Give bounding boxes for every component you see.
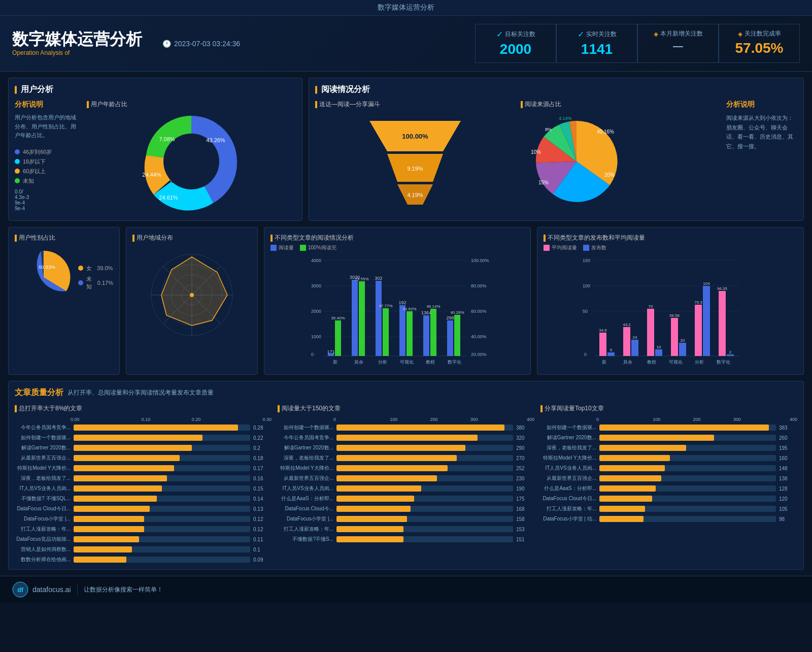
article-name: 解读Gartner 2020数...	[15, 444, 71, 451]
bar-value: 0.11	[253, 537, 272, 542]
bar-track	[74, 496, 250, 502]
list-item: 如何创建一个数据驱... 380	[278, 424, 534, 431]
list-item: 不懂数据? 不懂SQL... 0.14	[15, 495, 272, 502]
gender-chart-label: 用户性别占比	[15, 234, 113, 242]
radar-chart-wrapper	[132, 244, 251, 346]
pub-avg-val-4: 56.58	[669, 313, 680, 318]
legend-pub-icon	[583, 245, 589, 251]
stack-icon-2: ◈	[738, 30, 742, 38]
pub-y-0: 0	[584, 352, 587, 357]
x-label-2: 其余	[354, 360, 363, 365]
legend-read-qty-label: 阅读量	[279, 244, 294, 251]
gender-pie-svg: 60.83%	[15, 244, 72, 310]
reading-note-text: 阅读来源从大到小依次为：朋友圈、公众号、聊天会话、看一看、历史消息、其它、搜一搜…	[726, 113, 797, 151]
stat-new-followers: ◈ 本月新增关注数 —	[637, 24, 719, 63]
radar-center	[190, 293, 194, 297]
bar-fill	[74, 475, 167, 481]
bar-full-4	[407, 311, 413, 356]
bar-track	[599, 506, 776, 512]
pub-cnt-1	[607, 352, 615, 356]
bar-value: 290	[516, 445, 534, 451]
list-item: 特斯拉Model Y大降价... 160	[540, 454, 797, 462]
bar-value: 0.28	[253, 425, 272, 431]
bar-fill	[599, 485, 656, 492]
bar-value: 252	[516, 466, 534, 471]
legend-full-read-icon	[300, 245, 306, 251]
bar-value: 195	[779, 445, 797, 451]
pub-cnt-3	[655, 349, 662, 356]
age-legend: 46岁到60岁 18岁以下 60岁以上 未知	[15, 148, 81, 211]
list-item: DataFocus Cloud今... 168	[278, 505, 534, 512]
bar-fill	[336, 465, 448, 471]
bar-track	[74, 455, 250, 461]
check-icon-2: ✓	[578, 29, 584, 39]
list-item: IT人员VS业务人员岗... 190	[278, 485, 534, 492]
age-chart-label: 用户年龄占比	[87, 100, 127, 109]
logo-icon: df	[12, 581, 28, 598]
bar-track	[336, 445, 513, 451]
article-name: 什么是AaaS：分析即...	[278, 495, 333, 502]
bar-value: 0.22	[253, 435, 272, 441]
pie-text-1: 40.16%	[597, 129, 614, 135]
legend-full-read-label: 100%阅读完	[308, 244, 336, 251]
user-section-title: 用户分析	[15, 84, 296, 95]
list-item: IT人员VS业务人员岗... 148	[540, 465, 797, 472]
pub-x-6: 数字化	[717, 360, 730, 365]
funnel-pct-3: 4.19%	[407, 192, 423, 198]
donut-label-2: 24.61%	[159, 194, 178, 201]
gender-label-female: 女	[86, 265, 92, 272]
bar-pct-1: 35.40%	[331, 316, 345, 320]
list-item: DataFocus竞品功能筛... 0.11	[15, 536, 272, 543]
list-item: 打工人涨薪攻略：年... 105	[540, 505, 797, 512]
top-bar: 数字媒体运营分析	[0, 0, 812, 16]
article-name: DataFocus小学堂 | 结...	[540, 515, 596, 523]
datetime-value: 2023-07-03 03:24:36	[174, 40, 240, 48]
second-row: 用户性别占比 60.83% 女	[8, 227, 804, 375]
bar-fill	[74, 425, 238, 431]
funnel-label: 送达—阅读—分享漏斗	[315, 100, 380, 109]
article-name: DataFocus Cloud今日...	[15, 505, 71, 512]
bar-value: 158	[516, 516, 534, 522]
list-item: 特斯拉Model Y大降价... 252	[278, 465, 534, 472]
reading-section-title: 阅读情况分析	[315, 84, 797, 95]
header-stats: ✓ 目标关注数 2000 ✓ 实时关注数 1141 ◈ 本月新增关注数 — ◈ …	[475, 24, 800, 63]
bar-value: 0.17	[253, 466, 272, 471]
bar-read-5	[423, 315, 429, 356]
pub-avg-val-1: 34.6	[599, 328, 607, 333]
article-pub-section: 不同类型文章的发布数和平均阅读量 平均阅读量 发布数 150 100 50 0	[537, 227, 804, 375]
y-left-0: 0	[311, 352, 314, 357]
pub-cnt-5	[703, 286, 710, 356]
bar-label-5: 1364	[421, 310, 431, 315]
col-share-read: 分享阅读量Top10文章 0 100 200 300 400 如何创建一个数据驱…	[540, 404, 797, 563]
bar-fill	[74, 496, 157, 502]
bar-value: 0.12	[253, 516, 272, 522]
bar-track	[74, 546, 250, 552]
article-name: 今年公务员国考竞争...	[278, 434, 333, 441]
pie-text-3: 15%	[538, 180, 549, 185]
bar-pct-6: 40.28%	[450, 310, 464, 315]
x-label-5: 教程	[426, 360, 435, 365]
list-item: 从最新世界五百强企... 138	[540, 475, 797, 482]
funnel-pct-2: 9.19%	[407, 166, 423, 172]
gender-legend: 女 39.0% 未知 0.17%	[78, 265, 113, 290]
stack-icon-1: ◈	[654, 30, 658, 38]
list-item: DataFocus小学堂 | 结... 98	[540, 515, 797, 523]
reading-pie-svg: 40.16% 20% 15% 10% 8% 4.14%	[521, 111, 653, 212]
funnel-svg: 100.00% 9.19% 4.19%	[364, 111, 466, 212]
bar-track	[74, 506, 250, 512]
pub-cnt-val-2: 24	[633, 335, 637, 340]
article-name: 特斯拉Model Y大降价...	[15, 465, 71, 472]
legend-label-4: 未知	[23, 177, 34, 185]
page-title: 数字媒体运营分析	[12, 30, 142, 48]
reading-analysis-section: 阅读情况分析 送达—阅读—分享漏斗 100.00%	[309, 78, 804, 221]
bar-value: 160	[779, 455, 797, 461]
list-item: 如何创建一个数据驱... 383	[540, 424, 797, 431]
radar-polygon	[161, 257, 227, 325]
article-name: DataFocus Cloud今...	[278, 505, 333, 512]
bar-track	[599, 516, 776, 522]
article-name: 打工人涨薪攻略：年...	[278, 526, 333, 533]
bar-value: 175	[516, 496, 534, 502]
pub-cnt-val-5: 104	[703, 281, 710, 286]
pub-avg-5	[695, 305, 702, 356]
legend-dot-3	[15, 169, 20, 174]
